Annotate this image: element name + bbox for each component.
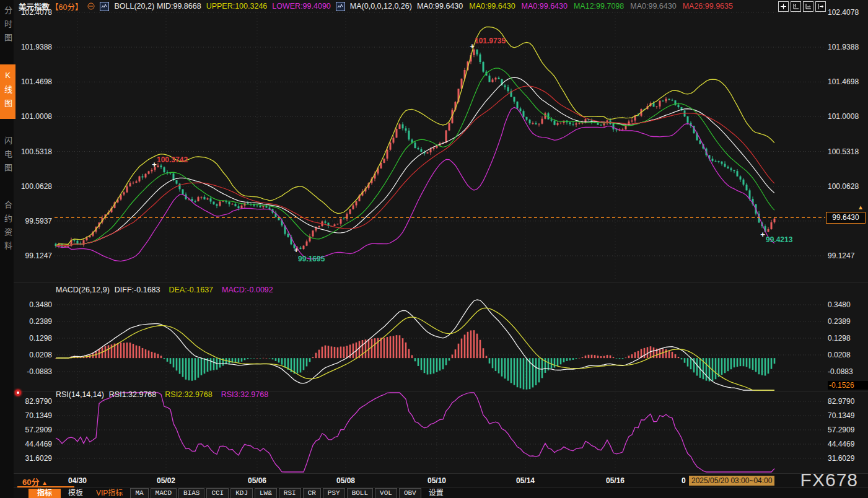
extreme-cross-marker: +: [760, 230, 765, 239]
chart-canvas[interactable]: [0, 0, 868, 498]
symbol-title: 美元指数: [19, 1, 50, 12]
price-extreme-label: 100.3742: [157, 155, 188, 164]
toolbar-tab-VIP指标[interactable]: VIP指标: [90, 489, 128, 498]
toolbar-tab-设置[interactable]: 设置: [423, 489, 449, 498]
axis-scale-left-icon[interactable]: [791, 1, 801, 12]
toolbar-tab-BIAS[interactable]: BIAS: [178, 488, 204, 498]
toolbar-tab-PSY[interactable]: PSY: [323, 488, 345, 498]
current-price-tag: 99.6430: [826, 212, 866, 224]
y-axis-label: 44.4469: [15, 440, 52, 448]
ma-value: MA0:99.6430: [417, 2, 463, 11]
indicator-header: 美元指数 【60分】 BOLL(20,2) MID:99.8668 UPPER:…: [19, 0, 733, 12]
y-axis-label: 57.2909: [15, 426, 52, 434]
sidebar-item-分时图[interactable]: 分时图: [0, 0, 15, 53]
rsi1-value: RSI1:32.9768: [109, 390, 156, 399]
sidebar-item-K线图[interactable]: K线图: [0, 64, 15, 119]
toolbar-tab-LW&[interactable]: LW&: [255, 488, 277, 498]
y-axis-label: 0.1298: [15, 334, 52, 343]
y-axis-label: 101.0008: [828, 112, 866, 121]
y-axis-label: 102.4078: [828, 8, 866, 17]
y-axis-label: 44.4469: [828, 440, 866, 448]
toolbar-tab-模板[interactable]: 模板: [63, 489, 89, 498]
price-extreme-label: 101.9735: [475, 37, 506, 45]
y-axis-label: 0.3480: [828, 300, 866, 309]
ma-value: MA0:99.6430: [469, 2, 515, 11]
y-axis-label: 101.0008: [15, 112, 52, 121]
y-axis-label: 57.2909: [828, 426, 866, 434]
pan-tool-icon[interactable]: [778, 1, 789, 12]
boll-upper-value: UPPER:100.3246: [206, 2, 268, 11]
y-axis-label: -0.0883: [15, 367, 52, 376]
toolbar-tab-RSI[interactable]: RSI: [279, 488, 301, 498]
y-axis-label: 100.0628: [15, 182, 52, 191]
y-axis-label: 101.9388: [15, 43, 52, 51]
sidebar-item-闪电图[interactable]: 闪电图: [0, 130, 15, 183]
rsi3-value: RSI3:32.9768: [221, 390, 268, 399]
ma-value: MA12:99.7098: [574, 2, 624, 11]
period-dropdown-icon[interactable]: [87, 2, 95, 10]
brand-watermark: FX678: [800, 470, 858, 491]
date-tick-label: 05/14: [516, 476, 535, 485]
date-tick-label: 04/30: [68, 476, 87, 485]
y-axis-label: 82.9790: [828, 397, 866, 406]
ma-indicator-icon[interactable]: [336, 2, 345, 11]
indicator-marker-icon[interactable]: [15, 390, 21, 396]
macd-panel-header: MACD(26,12,9) DIFF:-0.1683 DEA:-0.1637 M…: [56, 286, 273, 294]
macd-diff-value: DIFF:-0.1683: [115, 286, 160, 294]
toolbar-tab-CCI[interactable]: CCI: [206, 488, 229, 498]
toolbar-tab-KDJ[interactable]: KDJ: [230, 488, 253, 498]
macd-value: MACD:-0.0092: [222, 286, 273, 294]
toolbar-tab-BOLL[interactable]: BOLL: [347, 488, 373, 498]
y-axis-label: 70.1349: [828, 411, 866, 420]
toolbar-tab-VOL[interactable]: VOL: [375, 488, 397, 498]
y-axis-label: 31.6029: [15, 454, 52, 463]
toolbar-tab-MA[interactable]: MA: [130, 488, 148, 498]
price-up-arrow-icon: ▲: [857, 204, 864, 211]
current-price-value: 99.6430: [832, 213, 859, 222]
toolbar-tab-CR[interactable]: CR: [303, 488, 321, 498]
indicator-toolbar: 指标模板VIP指标MAMACDBIASCCIKDJLW&RSICRPSYBOLL…: [14, 487, 868, 498]
rsi-title[interactable]: RSI(14,14,14): [56, 390, 104, 399]
time-axis-row: 60分 ▲ 0 2025/05/20 03:00~04:00 04/3005/0…: [14, 473, 868, 488]
chart-type-sidebar: 分时图K线图闪电图合约资料: [0, 0, 14, 498]
boll-indicator-icon[interactable]: [100, 2, 109, 11]
period-label[interactable]: 【60分】: [51, 1, 82, 12]
bar-index-label: 0: [682, 476, 686, 485]
extreme-cross-marker: +: [294, 245, 299, 255]
ma-label: MA(0,0,0,12,0,26): [350, 2, 412, 11]
exit-fullscreen-icon[interactable]: [815, 1, 826, 12]
rsi2-value: RSI2:32.9768: [165, 390, 212, 399]
extreme-cross-marker: +: [470, 42, 475, 51]
y-axis-label: 100.5318: [15, 147, 52, 156]
y-axis-label: 101.9388: [828, 43, 866, 51]
macd-title[interactable]: MACD(26,12,9): [56, 286, 110, 294]
y-axis-label: 82.9790: [15, 397, 52, 406]
y-axis-label: -0.0883: [828, 367, 866, 376]
ma-values: MA0:99.6430MA0:99.6430MA0:99.6430MA12:99…: [417, 2, 733, 11]
boll-lower-value: LOWER:99.4090: [272, 2, 331, 11]
boll-mid-value: MID:99.8668: [157, 2, 201, 11]
y-axis-label: 101.4698: [15, 77, 52, 86]
sidebar-item-合约资料[interactable]: 合约资料: [0, 194, 15, 261]
y-axis-label: 0.2389: [15, 317, 52, 326]
y-axis-label: 31.6029: [828, 454, 866, 463]
y-axis-label: -0.1526: [828, 381, 868, 390]
ma-value: MA0:99.6430: [522, 2, 568, 11]
y-axis-label: 0.0208: [15, 351, 52, 359]
toolbar-tab-MACD[interactable]: MACD: [151, 488, 177, 498]
date-tick-label: 05/10: [427, 476, 446, 485]
y-axis-label: 99.1247: [828, 251, 866, 260]
price-extreme-label: 99.1695: [298, 255, 325, 263]
boll-label: BOLL(20,2): [114, 2, 154, 11]
date-tick-label: 05/08: [336, 476, 355, 485]
macd-dea-value: DEA:-0.1637: [169, 286, 213, 294]
ma-value: MA0:99.6430: [630, 2, 676, 11]
date-tick-label: 05/06: [248, 476, 266, 485]
price-extreme-label: 99.4213: [766, 235, 792, 244]
current-bar-time: 2025/05/20 03:00~04:00: [689, 476, 774, 486]
toolbar-tab-OBV[interactable]: OBV: [399, 488, 421, 498]
date-tick-label: 05/02: [157, 476, 175, 485]
y-axis-label: 0.0208: [828, 351, 866, 359]
toolbar-tab-指标[interactable]: 指标: [28, 489, 61, 498]
axis-scale-right-icon[interactable]: [803, 1, 813, 12]
